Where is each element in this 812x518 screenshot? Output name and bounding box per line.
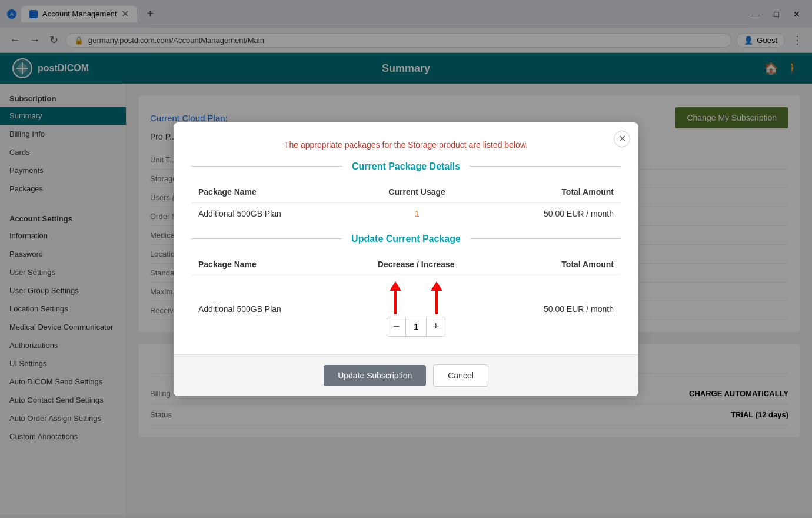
current-package-section-label: Current Package Details [342,161,470,172]
right-arrow-annotation [431,281,442,314]
current-usage-value: 1 [357,202,477,224]
update-table-header-row: Package Name Decrease / Increase Total A… [191,254,621,275]
modal-intro-highlight: listed below. [483,140,528,150]
th-current-usage: Current Usage [357,181,477,203]
modal-close-button[interactable]: ✕ [614,131,630,147]
quantity-increase-button[interactable]: + [427,317,445,336]
update-th-package-name: Package Name [191,254,344,275]
current-package-name: Additional 500GB Plan [191,202,357,224]
update-th-decrease-increase: Decrease / Increase [344,254,488,275]
current-total-amount: 50.00 EUR / month [477,202,621,224]
quantity-cell: − + [344,275,488,343]
update-package-name: Additional 500GB Plan [191,275,344,343]
update-th-total-amount: Total Amount [488,254,621,275]
modal-footer: Update Subscription Cancel [174,354,638,396]
right-arrow-shaft [435,291,438,314]
left-arrow-head [390,281,401,291]
cancel-button[interactable]: Cancel [433,364,488,387]
current-package-row: Additional 500GB Plan 1 50.00 EUR / mont… [191,202,621,224]
left-arrow-shaft [394,291,397,314]
update-package-table-header: Package Name Decrease / Increase Total A… [191,254,621,275]
quantity-decrease-button[interactable]: − [387,317,405,336]
right-arrow-head [431,281,442,291]
update-total-amount: 50.00 EUR / month [488,275,621,343]
update-subscription-button[interactable]: Update Subscription [324,365,426,386]
current-package-divider: Current Package Details [191,161,621,172]
table-header-row: Package Name Current Usage Total Amount [191,181,621,203]
left-arrow-annotation [390,281,401,314]
current-package-table-body: Additional 500GB Plan 1 50.00 EUR / mont… [191,202,621,224]
update-package-table: Package Name Decrease / Increase Total A… [191,254,621,343]
update-package-table-body: Additional 500GB Plan [191,275,621,343]
update-package-row: Additional 500GB Plan [191,275,621,343]
quantity-control: − + [387,317,445,337]
modal-overlay: ✕ The appropriate packages for the Stora… [0,0,812,515]
update-package-divider: Update Current Package [191,234,621,244]
th-package-name: Package Name [191,181,357,203]
arrows-container [351,281,481,314]
subscription-modal: ✕ The appropriate packages for the Stora… [174,122,638,396]
quantity-input[interactable] [405,317,427,336]
current-package-table-header: Package Name Current Usage Total Amount [191,181,621,203]
current-package-table: Package Name Current Usage Total Amount … [191,181,621,224]
update-package-section-label: Update Current Package [342,234,470,244]
modal-intro-text: The appropriate packages for the Storage… [191,140,621,150]
th-total-amount: Total Amount [477,181,621,203]
